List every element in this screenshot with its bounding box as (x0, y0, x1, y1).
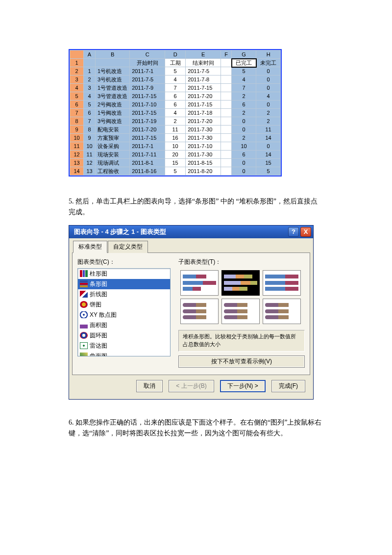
cell[interactable]: 20 (165, 151, 186, 159)
row-header[interactable]: 9 (70, 126, 84, 134)
select-all-cell[interactable] (70, 50, 84, 59)
row-header[interactable]: 4 (70, 84, 84, 92)
cell[interactable] (221, 84, 232, 92)
cell[interactable]: 已完工 (232, 59, 256, 67)
cell[interactable]: 5 (165, 167, 186, 176)
cell[interactable]: 2011-7-11 (130, 151, 165, 159)
cell[interactable] (221, 101, 232, 109)
cell[interactable]: 7 (232, 84, 256, 92)
cell[interactable]: 0 (256, 76, 281, 84)
cell[interactable]: 2011-7-30 (186, 134, 221, 142)
row-header[interactable]: 6 (70, 101, 84, 109)
row-header[interactable]: 7 (70, 109, 84, 117)
cell[interactable]: 2011-7-20 (186, 117, 221, 126)
cell[interactable]: 12 (84, 159, 96, 167)
subtype-clustered-bar[interactable] (180, 270, 219, 296)
cell[interactable]: 2011-7-10 (186, 142, 221, 151)
cell[interactable]: 11 (256, 126, 281, 134)
cell[interactable]: 13 (84, 167, 96, 176)
cancel-button[interactable]: 取消 (136, 380, 163, 392)
cell[interactable]: 10 (232, 142, 256, 151)
chart-type-item[interactable]: 曲面图 (78, 351, 170, 356)
cell[interactable] (221, 109, 232, 117)
press-hold-sample-button[interactable]: 按下不放可查看示例(V) (178, 355, 305, 368)
cell[interactable] (221, 92, 232, 101)
cell[interactable]: 3号机改造 (96, 76, 130, 84)
row-header[interactable]: 12 (70, 151, 84, 159)
cell[interactable]: 2 (256, 109, 281, 117)
cell[interactable]: 现场调试 (96, 159, 130, 167)
cell[interactable]: 2011-7-5 (186, 67, 221, 76)
cell[interactable]: 6 (232, 151, 256, 159)
cell[interactable]: 10 (165, 142, 186, 151)
col-header-E[interactable]: E (186, 50, 221, 59)
cell[interactable]: 2011-7-15 (186, 101, 221, 109)
row-header[interactable]: 10 (70, 134, 84, 142)
cell[interactable]: 2 (232, 134, 256, 142)
back-button[interactable]: < 上一步(B) (169, 380, 214, 392)
cell[interactable]: 0 (256, 67, 281, 76)
col-header-G[interactable]: G (232, 50, 256, 59)
cell[interactable]: 7 (84, 117, 96, 126)
cell[interactable]: 0 (256, 142, 281, 151)
chart-type-item[interactable]: 雷达图 (78, 341, 170, 351)
close-button[interactable]: X (300, 227, 311, 237)
cell[interactable]: 6 (165, 92, 186, 101)
cell[interactable]: 0 (232, 126, 256, 134)
subtype-stacked-bar[interactable] (221, 270, 260, 296)
help-button[interactable]: ? (288, 227, 299, 237)
row-header[interactable]: 5 (70, 92, 84, 101)
row-header[interactable]: 3 (70, 76, 84, 84)
row-header[interactable]: 8 (70, 117, 84, 126)
cell[interactable]: 2011-8-15 (186, 159, 221, 167)
cell[interactable]: 结束时间 (186, 59, 221, 67)
cell[interactable]: 2011-8-20 (186, 167, 221, 176)
chart-type-item[interactable]: 折线图 (78, 289, 170, 300)
col-header-H[interactable]: H (256, 50, 281, 59)
cell[interactable]: 2011-7-1 (130, 67, 165, 76)
dialog-titlebar[interactable]: 图表向导 - 4 步骤之 1 - 图表类型 ? X (69, 226, 313, 238)
cell[interactable]: 4 (232, 76, 256, 84)
cell[interactable]: 1号阀改造 (96, 109, 130, 117)
cell[interactable]: 5 (165, 67, 186, 76)
finish-button[interactable]: 完成(F) (271, 380, 305, 392)
cell[interactable]: 2011-7-8 (186, 76, 221, 84)
cell[interactable]: 2011-7-15 (130, 134, 165, 142)
cell[interactable]: 16 (165, 134, 186, 142)
cell[interactable] (96, 59, 130, 67)
cell[interactable]: 11 (84, 151, 96, 159)
cell[interactable]: 工期 (165, 59, 186, 67)
col-header-D[interactable]: D (165, 50, 186, 59)
cell[interactable]: 14 (256, 134, 281, 142)
cell[interactable] (221, 142, 232, 151)
cell[interactable] (221, 167, 232, 176)
cell[interactable]: 2 (232, 109, 256, 117)
cell[interactable]: 2011-7-20 (130, 126, 165, 134)
cell[interactable]: 3号管道改造 (96, 92, 130, 101)
cell[interactable]: 2011-7-10 (130, 101, 165, 109)
chart-type-item[interactable]: 饼图 (78, 300, 170, 310)
cell[interactable] (221, 151, 232, 159)
cell[interactable]: 配电安装 (96, 126, 130, 134)
cell[interactable]: 2011-7-1 (130, 142, 165, 151)
col-header-F[interactable]: F (221, 50, 232, 59)
cell[interactable] (221, 59, 232, 67)
row-header[interactable]: 1 (70, 59, 84, 67)
cell[interactable]: 2011-8-16 (130, 167, 165, 176)
subtype-100pct-stacked-bar[interactable] (263, 270, 301, 296)
cell[interactable]: 现场安装 (96, 151, 130, 159)
cell[interactable]: 8 (84, 126, 96, 134)
cell[interactable]: 0 (232, 167, 256, 176)
row-header[interactable]: 11 (70, 142, 84, 151)
cell[interactable]: 4 (165, 109, 186, 117)
col-header-B[interactable]: B (96, 50, 130, 59)
cell[interactable]: 4 (84, 92, 96, 101)
cell[interactable] (221, 76, 232, 84)
cell[interactable]: 2011-7-15 (130, 109, 165, 117)
cell[interactable]: 2011-8-1 (130, 159, 165, 167)
cell[interactable]: 15 (165, 159, 186, 167)
next-button[interactable]: 下一步(N) > (220, 380, 266, 392)
cell[interactable]: 5 (84, 101, 96, 109)
row-header[interactable]: 13 (70, 159, 84, 167)
cell[interactable]: 11 (165, 126, 186, 134)
